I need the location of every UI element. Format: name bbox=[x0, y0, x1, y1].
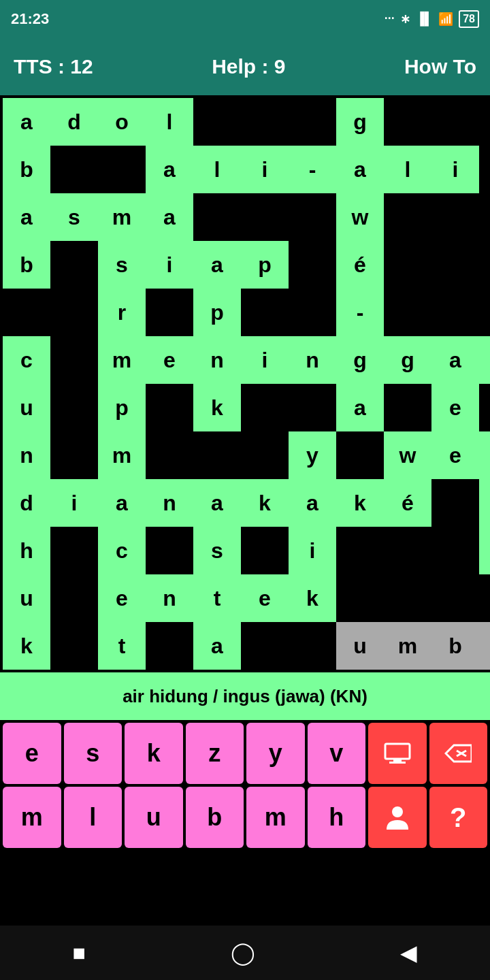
cell-10-2[interactable]: e bbox=[98, 574, 146, 622]
cell-8-6[interactable]: a bbox=[289, 479, 336, 527]
key-m2[interactable]: m bbox=[246, 787, 305, 848]
cell-2-2[interactable]: m bbox=[98, 193, 146, 241]
key-y[interactable]: y bbox=[246, 723, 305, 784]
back-icon[interactable]: ◀ bbox=[400, 940, 417, 966]
cell-8-4[interactable]: a bbox=[193, 479, 241, 527]
stop-icon[interactable]: ■ bbox=[73, 941, 86, 966]
cell-10-0[interactable]: u bbox=[3, 574, 50, 622]
cell-1-5[interactable]: i bbox=[241, 146, 289, 193]
cell-10-6[interactable]: k bbox=[289, 574, 336, 622]
cell-7-9[interactable]: e bbox=[431, 431, 479, 479]
cell-10-5[interactable]: e bbox=[241, 574, 289, 622]
cell-11-9[interactable]: b bbox=[431, 622, 479, 670]
cell-1-9[interactable]: i bbox=[431, 146, 479, 193]
cell-10-4[interactable]: t bbox=[193, 574, 241, 622]
cell-2-0[interactable]: a bbox=[3, 193, 50, 241]
cell-3-4[interactable]: a bbox=[193, 241, 241, 289]
cell-1-6[interactable]: - bbox=[289, 146, 336, 193]
cell-9-6[interactable]: i bbox=[289, 527, 336, 574]
cell-6-9[interactable]: e bbox=[431, 384, 479, 431]
cell-0-3[interactable]: l bbox=[146, 98, 193, 146]
cell-5-6[interactable]: n bbox=[289, 336, 336, 384]
cell-3-2[interactable]: s bbox=[98, 241, 146, 289]
cell-5-2[interactable]: m bbox=[98, 336, 146, 384]
cell-2-1[interactable]: s bbox=[50, 193, 98, 241]
cell-0-0[interactable]: a bbox=[3, 98, 50, 146]
key-h[interactable]: h bbox=[308, 787, 366, 848]
cell-5-10[interactable]: l bbox=[479, 336, 490, 384]
cell-0-7[interactable]: g bbox=[336, 98, 384, 146]
help-icon-button[interactable]: ? bbox=[429, 787, 488, 848]
cell-8-0[interactable]: d bbox=[3, 479, 50, 527]
cell-4-4[interactable]: p bbox=[193, 289, 241, 336]
monitor-icon-button[interactable] bbox=[368, 723, 427, 784]
tts-label[interactable]: TTS : 12 bbox=[14, 55, 93, 78]
cell-5-0[interactable]: c bbox=[3, 336, 50, 384]
cell-3-3[interactable]: i bbox=[146, 241, 193, 289]
backspace-icon-button[interactable] bbox=[429, 723, 488, 784]
key-u[interactable]: u bbox=[125, 787, 183, 848]
cell-3-5[interactable]: p bbox=[241, 241, 289, 289]
cell-5-7[interactable]: g bbox=[336, 336, 384, 384]
cell-9-2[interactable]: c bbox=[98, 527, 146, 574]
cell-7-0[interactable]: n bbox=[3, 431, 50, 479]
key-l[interactable]: l bbox=[64, 787, 122, 848]
cell-1-8[interactable]: l bbox=[384, 146, 431, 193]
cell-4-7[interactable]: - bbox=[336, 289, 384, 336]
cell-5-5[interactable]: i bbox=[241, 336, 289, 384]
key-b[interactable]: b bbox=[186, 787, 244, 848]
cell-8-8[interactable]: é bbox=[384, 479, 431, 527]
cell-6-7[interactable]: a bbox=[336, 384, 384, 431]
cell-3-7[interactable]: é bbox=[336, 241, 384, 289]
cell-11-8[interactable]: m bbox=[384, 622, 431, 670]
cell-1-4[interactable]: l bbox=[193, 146, 241, 193]
key-k[interactable]: k bbox=[125, 723, 183, 784]
cell-4-2[interactable]: r bbox=[98, 289, 146, 336]
cell-5-8[interactable]: g bbox=[384, 336, 431, 384]
cell-7-8[interactable]: w bbox=[384, 431, 431, 479]
cell-5-9[interactable]: a bbox=[431, 336, 479, 384]
how-to-label[interactable]: How To bbox=[404, 55, 476, 78]
cell-6-2[interactable]: p bbox=[98, 384, 146, 431]
key-s[interactable]: s bbox=[64, 723, 122, 784]
cell-9-4[interactable]: s bbox=[193, 527, 241, 574]
cell-9-10[interactable]: s bbox=[479, 527, 490, 574]
cell-11-0[interactable]: k bbox=[3, 622, 50, 670]
help-label[interactable]: Help : 9 bbox=[212, 55, 285, 78]
key-e[interactable]: e bbox=[3, 723, 61, 784]
person-icon-button[interactable] bbox=[368, 787, 427, 848]
cell-3-0[interactable]: b bbox=[3, 241, 50, 289]
cell-7-10[interactable]: r bbox=[479, 431, 490, 479]
cell-6-8 bbox=[384, 384, 431, 431]
key-v[interactable]: v bbox=[308, 723, 366, 784]
cell-1-7[interactable]: a bbox=[336, 146, 384, 193]
cell-9-0[interactable]: h bbox=[3, 527, 50, 574]
cell-1-0[interactable]: b bbox=[3, 146, 50, 193]
cell-7-6[interactable]: y bbox=[289, 431, 336, 479]
cell-11-4[interactable]: a bbox=[193, 622, 241, 670]
cell-2-7[interactable]: w bbox=[336, 193, 384, 241]
keyboard[interactable]: e s k z y v m l u b m h bbox=[0, 720, 490, 848]
cell-11-10[interactable]: e bbox=[479, 622, 490, 670]
cell-5-3[interactable]: e bbox=[146, 336, 193, 384]
cell-8-7[interactable]: k bbox=[336, 479, 384, 527]
cell-11-2[interactable]: t bbox=[98, 622, 146, 670]
cell-8-1[interactable]: i bbox=[50, 479, 98, 527]
cell-10-3[interactable]: n bbox=[146, 574, 193, 622]
key-z[interactable]: z bbox=[186, 723, 244, 784]
cell-6-4[interactable]: k bbox=[193, 384, 241, 431]
key-m[interactable]: m bbox=[3, 787, 61, 848]
home-icon[interactable]: ◯ bbox=[231, 940, 255, 966]
cell-11-7[interactable]: u bbox=[336, 622, 384, 670]
cell-8-5[interactable]: k bbox=[241, 479, 289, 527]
cell-0-2[interactable]: o bbox=[98, 98, 146, 146]
cell-6-0[interactable]: u bbox=[3, 384, 50, 431]
cell-8-10[interactable]: e bbox=[479, 479, 490, 527]
cell-8-2[interactable]: a bbox=[98, 479, 146, 527]
cell-1-3[interactable]: a bbox=[146, 146, 193, 193]
cell-2-3[interactable]: a bbox=[146, 193, 193, 241]
cell-8-3[interactable]: n bbox=[146, 479, 193, 527]
cell-0-1[interactable]: d bbox=[50, 98, 98, 146]
cell-5-4[interactable]: n bbox=[193, 336, 241, 384]
cell-7-2[interactable]: m bbox=[98, 431, 146, 479]
